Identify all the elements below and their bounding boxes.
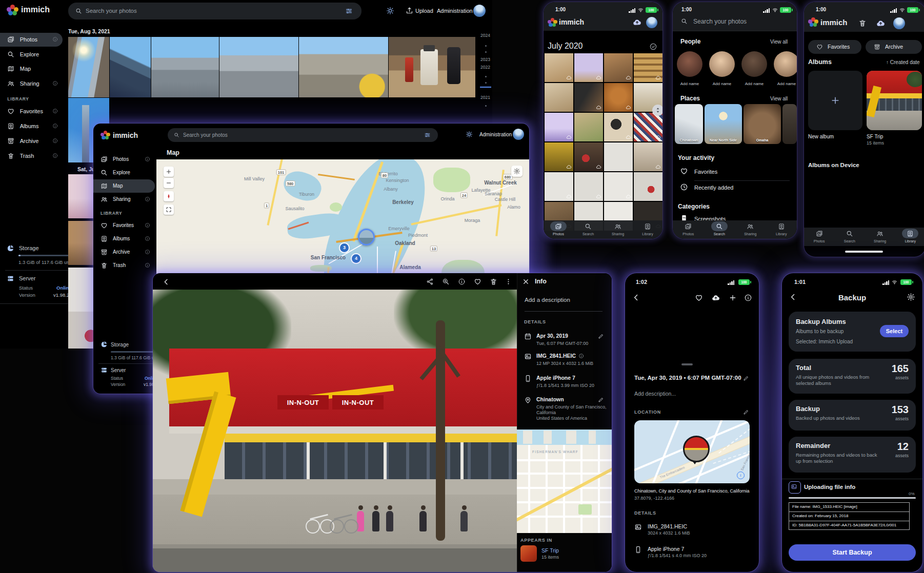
photo-thumbnail[interactable] <box>604 83 633 112</box>
info-circle-icon[interactable] <box>145 196 150 202</box>
search-filter-icon[interactable] <box>345 7 353 15</box>
sidebar-item-explore[interactable]: Explore <box>0 48 63 62</box>
photo-thumbnail[interactable] <box>545 142 573 171</box>
photo-thumbnail[interactable] <box>574 53 603 82</box>
scrubber-year[interactable]: 2023 <box>477 57 490 62</box>
photo-thumbnail[interactable] <box>634 113 662 141</box>
photo-thumbnail[interactable] <box>634 172 662 201</box>
sidebar-item-map[interactable]: Map <box>0 62 63 76</box>
asset-location[interactable]: Chinatown <box>536 396 564 402</box>
sidebar-item-trash[interactable]: Trash <box>0 149 63 163</box>
sidebar-item-photos[interactable]: Photos <box>93 153 155 166</box>
avatar[interactable] <box>473 5 486 17</box>
add-name-link[interactable]: Add name <box>677 81 702 86</box>
avatar[interactable] <box>513 129 524 140</box>
photo-thumbnail[interactable] <box>151 37 219 97</box>
photo-marker[interactable] <box>683 436 710 462</box>
administration-link[interactable]: Administration <box>437 8 473 14</box>
cloud-sync-icon[interactable] <box>632 17 642 27</box>
info-circle-icon[interactable] <box>578 353 584 359</box>
place-card[interactable] <box>782 104 797 144</box>
favorite-icon[interactable] <box>474 278 481 285</box>
sidebar-item-favorites[interactable]: Favorites <box>0 105 63 118</box>
album-name[interactable]: SF Trip <box>541 547 559 554</box>
nav-item-search[interactable]: Search <box>708 221 731 238</box>
album-thumbnail[interactable] <box>520 545 537 562</box>
photo-thumbnail[interactable] <box>574 172 603 201</box>
logo[interactable]: immich <box>7 4 63 17</box>
scrubber-handle[interactable] <box>652 105 662 116</box>
favorites-pill[interactable]: Favorites <box>808 40 861 54</box>
map-info-badge[interactable]: i <box>737 472 745 479</box>
edit-icon[interactable] <box>598 333 604 339</box>
sidebar-item-albums[interactable]: Albums <box>0 119 63 133</box>
sidebar-item-explore[interactable]: Explore <box>93 166 155 179</box>
info-icon[interactable] <box>744 294 752 302</box>
photo-thumbnail[interactable] <box>110 37 151 97</box>
people-view-all[interactable]: View all <box>770 39 788 45</box>
scrubber-indicator[interactable] <box>480 87 491 88</box>
sheet-handle[interactable] <box>681 363 693 365</box>
photo-thumbnail[interactable] <box>545 83 573 112</box>
nav-item-library[interactable]: Library <box>899 229 921 245</box>
scrubber-year[interactable]: 2022 <box>477 65 490 70</box>
add-icon[interactable] <box>729 294 737 302</box>
photo-viewer[interactable]: IN-N-OUTIN-N-OUT <box>153 290 517 572</box>
share-icon[interactable] <box>426 278 434 285</box>
sidebar-item-photos[interactable]: Photos <box>0 33 63 47</box>
map-cluster-marker[interactable]: 3 <box>339 242 350 253</box>
sidebar-item-sharing[interactable]: Sharing <box>93 193 155 206</box>
sidebar-item-sharing[interactable]: Sharing <box>0 77 63 91</box>
back-icon[interactable] <box>162 278 170 286</box>
info-circle-icon[interactable] <box>145 222 150 228</box>
location-map[interactable]: San Francisco Ferry The Embarcadero i <box>634 420 750 483</box>
nav-item-sharing[interactable]: Sharing <box>607 221 629 238</box>
info-circle-icon[interactable] <box>52 36 58 42</box>
nav-item-sharing[interactable]: Sharing <box>869 229 891 245</box>
nav-item-photos[interactable]: Photos <box>677 221 699 238</box>
photo-thumbnail[interactable] <box>634 142 662 171</box>
album-card-sftrip[interactable] <box>867 71 922 130</box>
search-icon[interactable] <box>681 18 688 25</box>
place-card[interactable]: Chinatown <box>675 104 703 144</box>
scrubber-year[interactable]: 2021 <box>477 95 490 100</box>
info-icon[interactable] <box>458 278 466 285</box>
sidebar-item-favorites[interactable]: Favorites <box>93 219 155 232</box>
theme-toggle-icon[interactable] <box>386 7 394 15</box>
select-button[interactable]: Select <box>880 325 909 337</box>
photo-thumbnail[interactable] <box>545 113 573 141</box>
info-circle-icon[interactable] <box>52 138 58 144</box>
delete-icon[interactable] <box>490 278 497 285</box>
photo-thumbnail[interactable] <box>604 113 633 141</box>
zoom-icon[interactable] <box>442 278 450 285</box>
edit-icon[interactable] <box>743 409 749 415</box>
nav-item-photos[interactable]: Photos <box>547 221 570 238</box>
photo-thumbnail[interactable] <box>574 113 603 141</box>
person-face[interactable] <box>709 51 735 77</box>
start-backup-button[interactable]: Start Backup <box>789 544 916 561</box>
search-filter-icon[interactable] <box>424 132 431 138</box>
close-icon[interactable] <box>522 278 530 285</box>
map-zoom-control[interactable] <box>164 178 174 188</box>
photo-thumbnail[interactable] <box>68 37 109 97</box>
info-circle-icon[interactable] <box>52 153 58 158</box>
description-field[interactable]: Add description... <box>634 391 676 397</box>
search-input[interactable]: Search your photos <box>168 128 438 142</box>
administration-link[interactable]: Administration <box>479 132 512 137</box>
map-settings-control[interactable] <box>511 166 523 177</box>
person-face[interactable] <box>677 51 702 77</box>
archive-pill[interactable]: Archive <box>866 40 922 54</box>
logo[interactable]: immich <box>101 130 157 142</box>
search-placeholder[interactable]: Search your photos <box>693 18 747 25</box>
add-name-link[interactable]: Add name <box>741 81 767 86</box>
sort-control[interactable]: ↑ Created date <box>886 59 920 65</box>
sidebar-item-map[interactable]: Map <box>93 179 155 193</box>
photo-thumbnail[interactable] <box>574 83 603 112</box>
more-icon[interactable] <box>505 278 512 285</box>
info-circle-icon[interactable] <box>52 123 58 129</box>
upload-button[interactable]: Upload <box>415 8 433 14</box>
avatar[interactable] <box>893 17 905 29</box>
photo-thumbnail[interactable] <box>604 172 633 201</box>
edit-icon[interactable] <box>598 397 604 403</box>
person-face[interactable] <box>774 51 797 77</box>
